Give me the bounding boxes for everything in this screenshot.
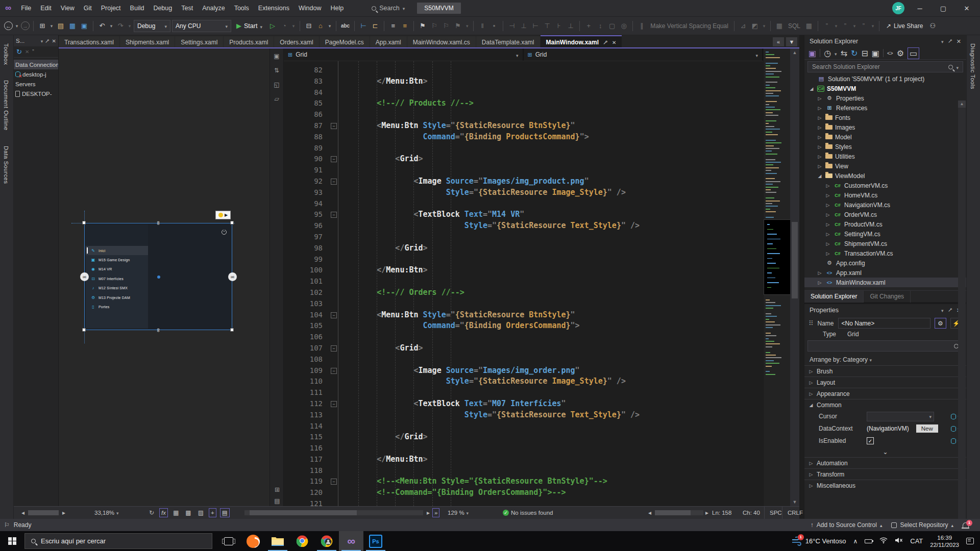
tree-item-model[interactable]: ▷Model <box>804 132 966 142</box>
quote-2-caret[interactable] <box>852 20 857 32</box>
menu-analyze[interactable]: Analyze <box>198 0 229 17</box>
sql-label[interactable]: SQL <box>786 22 802 30</box>
code-line-86[interactable]: 86 <box>284 109 763 120</box>
edit-style-icon[interactable]: ⊿ <box>738 20 748 32</box>
code-line-83[interactable]: 83 </Menu:Btn> <box>284 76 763 87</box>
data-binding-icon[interactable] <box>951 426 956 432</box>
quote-3-icon[interactable]: ” <box>859 20 869 32</box>
visual-studio-button[interactable]: ∞ <box>339 531 363 551</box>
new-button[interactable]: New <box>916 424 938 433</box>
property-group-layout[interactable]: ▷Layout <box>804 377 966 388</box>
code-line-94[interactable]: 94 <box>284 198 763 210</box>
hot-reload-icon[interactable]: ⌂ <box>315 20 326 32</box>
chevron-down-icon[interactable] <box>941 307 944 314</box>
global-search-button[interactable]: Search <box>366 3 410 13</box>
comment-icon[interactable]: ‖ <box>477 20 487 32</box>
snap-to-snaplines-icon[interactable]: ▤ <box>220 508 230 517</box>
resize-handle[interactable] <box>82 221 86 224</box>
fold-collapse-icon[interactable]: − <box>331 212 337 218</box>
data-binding-icon[interactable] <box>951 414 956 419</box>
start-without-debugging-icon[interactable]: ▷ <box>267 20 278 32</box>
menu-help[interactable]: Help <box>326 0 348 17</box>
anchor-link-icon[interactable]: ∞ <box>155 221 162 226</box>
profiler-caret[interactable] <box>291 20 296 32</box>
wifi-icon[interactable] <box>879 537 888 545</box>
indent-decrease-icon[interactable]: ≡ <box>388 20 398 32</box>
code-line-97[interactable]: 97 <box>284 232 763 243</box>
save-all-icon[interactable]: ▣ <box>79 20 89 32</box>
show-all-files-icon[interactable]: <> <box>887 51 893 56</box>
photoshop-button[interactable]: Ps <box>363 531 388 551</box>
quote-1-caret[interactable] <box>834 20 839 32</box>
open-file-icon[interactable]: ▤ <box>56 20 66 32</box>
show-grid-icon[interactable]: ▦ <box>172 509 180 516</box>
xampp-app-button[interactable] <box>241 531 265 551</box>
designer-h-scrollbar[interactable]: ◂▸ <box>20 507 67 519</box>
property-datacontext[interactable]: DataContext(NavigationVM)New <box>804 422 966 435</box>
swap-panes-icon[interactable]: ▣ <box>274 53 279 60</box>
data-binding-icon[interactable] <box>951 438 956 444</box>
scroll-right-icon[interactable]: ▸ <box>704 507 710 519</box>
preview-menu-inici[interactable]: ✎Inici <box>86 246 148 255</box>
pin-icon[interactable]: ⊸ <box>946 306 954 314</box>
fold-collapse-icon[interactable]: − <box>331 312 337 318</box>
code-line-120[interactable]: 120 <!--Command="{Binding OrdersCommand}… <box>284 487 763 498</box>
language-indicator[interactable]: CAT <box>910 537 923 545</box>
property-cursor[interactable]: Cursor <box>804 410 966 422</box>
collapse-pane-icon[interactable]: ◱ <box>274 81 279 88</box>
code-scroll-area[interactable]: 8283 </Menu:Btn>8485 <!--// Products //-… <box>284 61 763 506</box>
new-item-caret[interactable] <box>49 20 54 32</box>
resize-handle[interactable] <box>82 328 86 332</box>
refresh-icon[interactable]: ↻ <box>16 48 22 56</box>
code-line-88[interactable]: 88 Command="{Binding ProductsCommand}"> <box>284 132 763 143</box>
name-field[interactable]: <No Name> <box>838 318 930 329</box>
platform-combo[interactable]: Any CPU <box>172 20 231 32</box>
align-tops-icon[interactable]: ⊤ <box>542 20 552 32</box>
refresh-designer-icon[interactable]: ↻ <box>148 509 156 516</box>
scroll-up-icon[interactable]: ▲ <box>790 50 799 55</box>
tab-orders-xaml[interactable]: Orders.xaml <box>274 36 318 48</box>
scroll-down-icon[interactable]: ▼ <box>790 499 799 505</box>
tree-item-app-xaml[interactable]: ▷<>App.xaml <box>804 268 966 278</box>
edit-template-icon[interactable]: ◩ <box>750 20 760 32</box>
code-line-100[interactable]: 100 </Menu:Btn> <box>284 265 763 276</box>
add-collaborator-icon[interactable]: ⚇ <box>927 20 938 32</box>
code-line-103[interactable]: 103 <box>284 298 763 310</box>
editor-zoom-control[interactable]: 129 % <box>448 507 469 519</box>
table-icon[interactable]: ▦ <box>804 20 814 32</box>
properties-search-box[interactable] <box>807 340 963 352</box>
tab-pagemodel-cs[interactable]: PageModel.cs <box>320 36 370 48</box>
profiler-icon[interactable]: ◔ <box>279 20 289 32</box>
tree-item-view[interactable]: ▷View <box>804 161 966 171</box>
tab-settings-xaml[interactable]: Settings.xaml <box>175 36 223 48</box>
close-icon[interactable] <box>957 38 961 45</box>
code-line-112[interactable]: 112− <TextBlock Text="M07 Interfícies" <box>284 398 763 410</box>
effects-toggle-icon[interactable]: fx <box>159 508 168 517</box>
property-isenabled[interactable]: IsEnabled✓ <box>804 435 966 447</box>
code-line-93[interactable]: 93 Style="{StaticResource Image_Style}" … <box>284 187 763 198</box>
menu-build[interactable]: Build <box>126 0 149 17</box>
tab-shipments-xaml[interactable]: Shipments.xaml <box>120 36 175 48</box>
xaml-designer-surface[interactable]: ✎Inici▣M15 Game Design◉M14 VR⊡M07 Interf… <box>59 48 270 506</box>
new-item-icon[interactable]: ⊞ <box>37 20 47 32</box>
element-dropdown[interactable]: ⊞ Grid <box>284 48 524 61</box>
taskbar-search-box[interactable]: Escriu aquí per cercar <box>24 533 212 549</box>
fold-collapse-icon[interactable]: − <box>331 156 337 162</box>
align-right-edges-icon[interactable]: ⊢ <box>530 20 541 32</box>
bookmark-clear-icon[interactable]: ⚑ <box>453 20 463 32</box>
tab-git-changes[interactable]: Git Changes <box>864 291 911 303</box>
menu-project[interactable]: Project <box>96 0 126 17</box>
hot-reload-caret[interactable] <box>327 20 332 32</box>
property-group-automation[interactable]: ▷Automation <box>804 457 966 468</box>
vertical-split-icon[interactable]: ⇅ <box>274 67 279 74</box>
tree-item-utilities[interactable]: ▷Utilities <box>804 152 966 161</box>
menu-file[interactable]: File <box>16 0 36 17</box>
undo-icon[interactable]: ↶ <box>97 20 107 32</box>
close-button[interactable]: ✕ <box>959 0 975 17</box>
close-icon[interactable] <box>612 39 616 46</box>
expand-chevrons-icon[interactable]: » <box>432 508 439 517</box>
weather-widget[interactable]: 1 16°C Ventoso <box>791 537 846 546</box>
tab-document-outline[interactable]: Document Outline <box>3 75 9 135</box>
tab-list-dropdown-icon[interactable]: ▼ <box>786 37 797 46</box>
design-view-icon[interactable]: ⊞ <box>270 486 284 493</box>
